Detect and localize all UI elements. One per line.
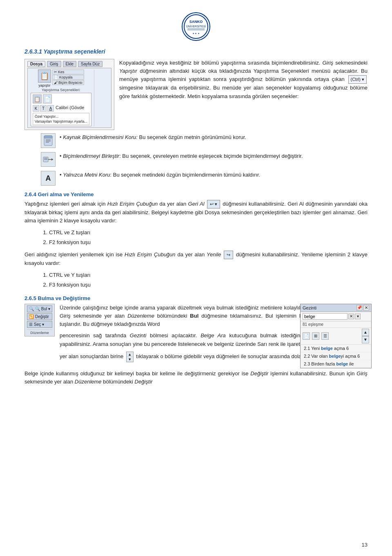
bul-sidebar: 🔍 🔍 Bul ▾ 🔁 Değiştir ☰ Seç ▾ Düzenleme xyxy=(24,304,55,336)
ribbon-small-btns: ✂ Kes 📄 Kopyala 🖌 Biçim Boyacısı xyxy=(52,70,84,85)
word-ribbon: Dosya Giriş Ekle Sayfa Düz 📋 yapıştır xyxy=(24,59,114,130)
bullet-text-2: • Biçimlendirmeyi Birleştir: Bu seçenek,… xyxy=(60,152,368,160)
para-1-text2: sekmesindeki xyxy=(335,60,368,66)
yalnizca-icon: A xyxy=(41,171,56,186)
ribbon-body: 📋 yapıştır ✂ Kes 📄 Kopyala 🖌 Biçim Boyac… xyxy=(27,68,111,128)
replace-icon: 🔁 xyxy=(29,314,34,319)
svg-rect-7 xyxy=(44,136,52,138)
para-yapistirma: Kopyaladığınız veya kestiğiniz bir bölüm… xyxy=(119,59,368,104)
bullet-item-3: A • Yalnızca Metni Koru: Bu seçenek meti… xyxy=(41,171,368,186)
para-degistir: Belge içinde kullanmış olduğunuz bir kel… xyxy=(24,370,368,386)
tab-ekle[interactable]: Ekle xyxy=(63,61,76,67)
gezinti-item-1[interactable]: 2.1 Yeni belge açma 6 xyxy=(301,345,371,352)
para-1-text4: simgesine tıklayarak da erişebilirsiniz.… xyxy=(119,85,368,99)
gezinti-item-2[interactable]: 2.2 Var olan belgeyi açma 6 xyxy=(301,352,371,360)
yapistir-label: yapıştır xyxy=(38,83,51,87)
gezinti-icons-row: 📄 ⊞ ☰ ▲ ▼ xyxy=(301,328,371,345)
format-t-btn[interactable]: T xyxy=(40,105,47,112)
bullet-text-1: • Kaynak Biçimlendirmesini Koru: Bu seçe… xyxy=(60,133,368,141)
sec-button[interactable]: ☰ Seç ▾ xyxy=(27,321,52,328)
arrow-up[interactable]: ▲ xyxy=(127,352,133,357)
para-1-text3: düğmesinin altındaki küçük oka tıkladığı… xyxy=(119,68,368,82)
bullet-item-2: • Biçimlendirmeyi Birleştir: Bu seçenek,… xyxy=(41,152,368,167)
yenile-list-item-2: F3 fonksiyon tuşu xyxy=(49,280,368,289)
logo: SANKO ÜNİVERSİTESİ ✦ ✦ ✦ xyxy=(182,12,210,41)
format-a-btn[interactable]: A xyxy=(47,105,54,112)
gezinti-grid-icon[interactable]: ⊞ xyxy=(312,332,319,340)
logo-area: SANKO ÜNİVERSİTESİ ✦ ✦ ✦ xyxy=(24,12,368,41)
duzenleme-label: Düzenleme xyxy=(27,330,52,335)
tab-dosya[interactable]: Dosya xyxy=(27,61,45,67)
gezinti-item-3[interactable]: 2.3 Birden fazla belge ile xyxy=(301,360,371,368)
yapistir-button[interactable]: 📋 xyxy=(38,70,51,83)
gezinti-down-btn[interactable]: ▼ xyxy=(362,336,369,343)
bicim-boyacisi-button[interactable]: 🖌 Biçim Boyacısı xyxy=(52,80,84,85)
bul-content: Üzerinde çalıştığınız belge içinde arama… xyxy=(55,304,368,365)
bul-block: 🔍 🔍 Bul ▾ 🔁 Değiştir ☰ Seç ▾ Düzenleme Ü… xyxy=(24,304,368,365)
gezinti-page-icon[interactable]: 📄 xyxy=(303,332,310,340)
geri-list-item-1: CTRL ve Z tuşları xyxy=(49,228,368,237)
gezinti-pin-btn[interactable]: 📌 xyxy=(356,305,362,311)
yapistirma-secenek-box: 📋 📄 K T A Calibri (Gövde Özel Yapıştır..… xyxy=(31,93,91,126)
format-k-btn[interactable]: K xyxy=(33,105,39,112)
bul-button[interactable]: 🔍 🔍 Bul ▾ xyxy=(27,305,52,312)
arrow-down[interactable]: ▼ xyxy=(127,357,133,362)
svg-text:✦ ✦ ✦: ✦ ✦ ✦ xyxy=(192,32,200,35)
ribbon-tab-row: Dosya Giriş Ekle Sayfa Düz xyxy=(27,61,111,67)
bullet-text-3: • Yalnızca Metni Koru: Bu seçenek metind… xyxy=(60,171,368,179)
yenile-list: CTRL ve Y tuşları F3 fonksiyon tuşu xyxy=(49,271,368,289)
kaynak-icon xyxy=(41,133,56,148)
ctrl-icon[interactable]: (Ctrl) ▾ xyxy=(348,75,367,84)
svg-text:ÜNİVERSİTESİ: ÜNİVERSİTESİ xyxy=(186,25,206,28)
gezinti-clear-btn[interactable]: ✕ xyxy=(348,314,354,319)
gezinti-dropdown-btn[interactable]: ▾ xyxy=(355,314,361,319)
para-1: Kopyaladığınız veya kestiğiniz bir bölüm… xyxy=(119,59,368,101)
para-1-text1: Kopyaladığınız veya kestiğiniz bir bölüm… xyxy=(119,60,320,66)
gezinti-panel: Gezinti 📌 ✕ ✕ ▾ 81 eşleşme 📄 xyxy=(300,304,372,368)
section-heading-264: 2.6.4 Geri alma ve Yenileme xyxy=(24,191,368,197)
ribbon-group-pano: 📋 yapıştır ✂ Kes 📄 Kopyala 🖌 Biçim Boyac… xyxy=(30,70,94,126)
ozel-yapistir-option[interactable]: Özel Yapıştır... xyxy=(35,114,87,119)
varsayilan-option[interactable]: Varsayılan Yapıştırmayı Ayarla... xyxy=(35,119,87,124)
para-geri: Yaptığınız işlemleri geri almak için Hız… xyxy=(24,200,368,225)
tab-giris[interactable]: Giriş xyxy=(47,61,61,67)
gezinti-up-btn[interactable]: ▲ xyxy=(362,329,369,336)
gezinti-close-btn[interactable]: ✕ xyxy=(363,305,369,311)
kopyala-button[interactable]: 📄 Kopyala xyxy=(52,75,84,80)
kes-button[interactable]: ✂ Kes xyxy=(52,70,84,74)
gezinti-list-icon[interactable]: ☰ xyxy=(321,332,329,340)
section-heading-265: 2.6.5 Bulma ve Değiştirme xyxy=(24,295,368,301)
yenile-icon[interactable]: ↪ xyxy=(224,251,233,259)
word-ui-block: Dosya Giriş Ekle Sayfa Düz 📋 yapıştır xyxy=(24,59,368,130)
gezinti-search-row: ✕ ▾ xyxy=(301,312,371,321)
gezinti-title: Gezinti xyxy=(303,305,316,310)
bullet-item-1: • Kaynak Biçimlendirmesini Koru: Bu seçe… xyxy=(41,133,368,148)
birlestir-icon xyxy=(41,152,56,167)
gezinti-eslesme: 81 eşleşme xyxy=(301,321,371,328)
search-icon: 🔍 xyxy=(29,307,34,311)
tab-sayfa[interactable]: Sayfa Düz xyxy=(78,61,102,67)
svg-marker-15 xyxy=(51,158,53,161)
svg-text:SANKO: SANKO xyxy=(189,20,203,24)
degistir-button[interactable]: 🔁 Değiştir xyxy=(27,313,52,320)
yenile-list-item-1: CTRL ve Y tuşları xyxy=(49,271,368,280)
gezinti-search-input[interactable] xyxy=(303,313,347,320)
page-number: 13 xyxy=(362,542,368,548)
geri-list-item-2: F2 fonksiyon tuşu xyxy=(49,238,368,247)
section-heading-2631: 2.6.3.1 Yapıştırma seçenekleri xyxy=(24,48,368,55)
yapistirma-label: Yapıştırma Seçenekleri: xyxy=(42,88,80,92)
select-icon: ☰ xyxy=(29,322,33,327)
bullet-section: • Kaynak Biçimlendirmesini Koru: Bu seçe… xyxy=(41,133,368,186)
para-1-yapistir: Yapıştır xyxy=(119,68,137,74)
page: SANKO ÜNİVERSİTESİ ✦ ✦ ✦ 2.6.3.1 Yapıştı… xyxy=(0,0,392,556)
geri-al-icon[interactable]: ↩ ▾ xyxy=(207,200,220,208)
para-1-giris: Giriş xyxy=(322,60,333,66)
geri-list: CTRL ve Z tuşları F2 fonksiyon tuşu xyxy=(49,228,368,247)
para-yenile: Geri aldığınız işlemleri yenilemek için … xyxy=(24,251,368,267)
arrow-btn[interactable]: ▲ ▼ xyxy=(126,352,134,362)
gezinti-header: Gezinti 📌 ✕ xyxy=(301,304,371,312)
